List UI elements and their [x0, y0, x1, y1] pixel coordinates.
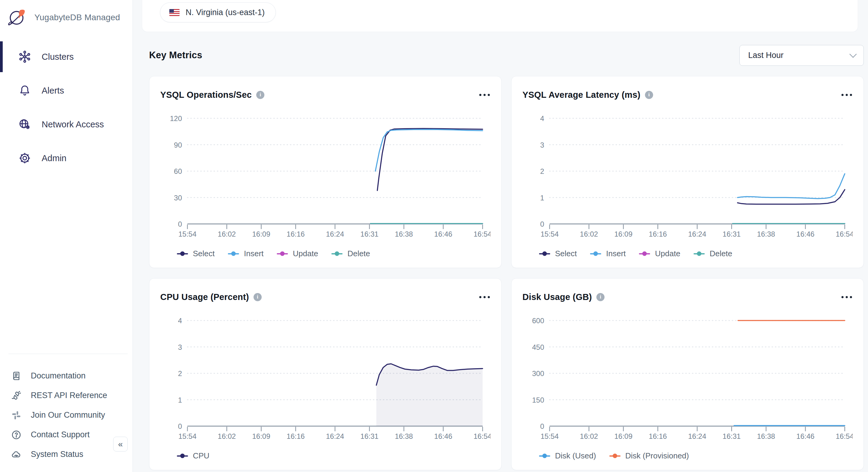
- sidebar-item-label: REST API Reference: [31, 391, 107, 400]
- sidebar-item-contact-support[interactable]: Contact Support: [0, 425, 132, 444]
- info-icon[interactable]: [645, 91, 653, 99]
- svg-text:16:02: 16:02: [218, 230, 236, 238]
- legend-item[interactable]: Insert: [590, 249, 626, 258]
- legend-item[interactable]: CPU: [177, 451, 210, 461]
- gear-icon: [18, 151, 32, 165]
- cpu-usage-chart: 4321015:5416:0216:0916:1616:2416:3116:38…: [160, 311, 490, 441]
- svg-text:16:46: 16:46: [434, 432, 453, 440]
- sidebar-item-clusters[interactable]: Clusters: [0, 40, 132, 74]
- sidebar-item-label: Contact Support: [31, 430, 90, 439]
- svg-text:16:31: 16:31: [360, 432, 378, 440]
- svg-text:0: 0: [540, 422, 544, 430]
- sidebar-item-label: Network Access: [42, 120, 104, 129]
- cloud-status-icon: [10, 448, 22, 461]
- svg-text:120: 120: [170, 115, 182, 123]
- svg-text:16:31: 16:31: [722, 230, 741, 238]
- more-options-button[interactable]: [479, 293, 490, 301]
- info-icon[interactable]: [253, 293, 262, 301]
- svg-text:16:16: 16:16: [287, 230, 305, 238]
- svg-text:16:38: 16:38: [757, 230, 775, 238]
- legend-marker-icon: [539, 453, 550, 459]
- svg-text:16:24: 16:24: [326, 230, 344, 238]
- sidebar-item-admin[interactable]: Admin: [0, 141, 132, 175]
- more-options-button[interactable]: [479, 91, 490, 99]
- legend-item[interactable]: Select: [177, 249, 215, 258]
- us-flag-icon: [169, 9, 180, 16]
- brand-name: YugabyteDB Managed: [34, 13, 120, 22]
- globe-gear-icon: [18, 117, 32, 132]
- svg-text:90: 90: [174, 141, 182, 149]
- sidebar-item-join-our-community[interactable]: Join Our Community: [0, 405, 132, 425]
- svg-text:3: 3: [178, 343, 182, 351]
- legend-item[interactable]: Delete: [331, 249, 370, 258]
- more-options-button[interactable]: [841, 91, 852, 99]
- sidebar-item-documentation[interactable]: Documentation: [0, 366, 132, 386]
- legend-label: Update: [655, 249, 680, 258]
- time-range-select[interactable]: Last Hour: [739, 45, 864, 66]
- legend-label: Select: [555, 249, 577, 258]
- info-icon[interactable]: [596, 293, 604, 301]
- svg-text:16:46: 16:46: [434, 230, 453, 238]
- legend-item[interactable]: Disk (Provisioned): [609, 451, 689, 461]
- plug-icon: [10, 389, 22, 402]
- legend-marker-icon: [609, 453, 621, 459]
- svg-text:16:54: 16:54: [473, 230, 490, 238]
- svg-text:16:38: 16:38: [395, 230, 413, 238]
- svg-text:16:54: 16:54: [836, 230, 852, 238]
- legend-label: Select: [193, 249, 215, 258]
- svg-text:16:09: 16:09: [614, 230, 632, 238]
- svg-text:16:54: 16:54: [836, 432, 852, 440]
- svg-text:16:24: 16:24: [688, 230, 706, 238]
- svg-text:15:54: 15:54: [540, 230, 559, 238]
- legend-marker-icon: [331, 251, 343, 256]
- info-icon[interactable]: [256, 91, 265, 99]
- chart-legend: CPU: [177, 451, 490, 461]
- legend-item[interactable]: Update: [639, 249, 680, 258]
- chart-card-disk-usage: Disk Usage (GB) 600450300150015:5416:021…: [511, 278, 864, 470]
- svg-text:4: 4: [540, 115, 544, 123]
- svg-text:60: 60: [174, 167, 182, 175]
- sidebar-item-label: Join Our Community: [31, 410, 105, 420]
- ysql-operations-chart: 120906030015:5416:0216:0916:1616:2416:31…: [160, 108, 490, 239]
- svg-text:3: 3: [540, 141, 544, 149]
- sidebar-item-system-status[interactable]: System Status: [0, 444, 132, 464]
- more-options-button[interactable]: [841, 293, 852, 301]
- yugabytedb-logo-icon: [7, 7, 27, 28]
- region-selector[interactable]: N. Virginia (us-east-1): [160, 2, 276, 22]
- legend-label: Insert: [244, 249, 264, 258]
- svg-text:16:24: 16:24: [688, 432, 706, 440]
- sidebar-footer: Documentation REST API Reference Joi: [0, 354, 132, 464]
- svg-text:16:16: 16:16: [649, 230, 667, 238]
- svg-text:16:02: 16:02: [580, 432, 598, 440]
- sidebar-item-alerts[interactable]: Alerts: [0, 74, 132, 107]
- legend-marker-icon: [590, 251, 601, 256]
- chart-legend: Disk (Used)Disk (Provisioned): [539, 451, 852, 461]
- legend-marker-icon: [277, 251, 288, 256]
- svg-text:600: 600: [532, 317, 544, 325]
- chart-title: CPU Usage (Percent): [160, 292, 249, 302]
- sidebar-nav: Clusters Alerts: [0, 40, 132, 175]
- svg-text:150: 150: [532, 396, 544, 404]
- legend-item[interactable]: Update: [277, 249, 318, 258]
- svg-text:16:16: 16:16: [649, 432, 667, 440]
- svg-text:16:38: 16:38: [757, 432, 775, 440]
- svg-text:16:31: 16:31: [722, 432, 741, 440]
- legend-marker-icon: [539, 251, 550, 256]
- legend-marker-icon: [177, 453, 188, 459]
- legend-item[interactable]: Delete: [693, 249, 732, 258]
- sidebar-collapse-button[interactable]: «: [113, 437, 128, 451]
- sidebar-item-rest-api-reference[interactable]: REST API Reference: [0, 386, 132, 405]
- legend-marker-icon: [177, 251, 188, 256]
- svg-text:16:09: 16:09: [252, 432, 270, 440]
- legend-item[interactable]: Select: [539, 249, 577, 258]
- brand[interactable]: YugabyteDB Managed: [0, 0, 132, 28]
- svg-text:16:46: 16:46: [797, 432, 814, 440]
- legend-item[interactable]: Insert: [228, 249, 264, 258]
- chart-card-ysql-operations: YSQL Operations/Sec 120906030015:5416:02…: [149, 76, 502, 268]
- bell-icon: [18, 83, 32, 98]
- sidebar-item-network-access[interactable]: Network Access: [0, 107, 132, 141]
- collapse-chevrons-icon: «: [118, 439, 123, 449]
- legend-label: Delete: [347, 249, 370, 258]
- sidebar: YugabyteDB Managed Clusters: [0, 0, 133, 472]
- legend-item[interactable]: Disk (Used): [539, 451, 596, 461]
